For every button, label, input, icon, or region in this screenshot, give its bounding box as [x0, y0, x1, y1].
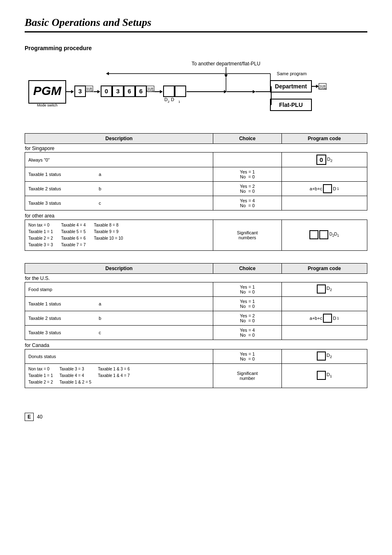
table-singapore: Description Choice Program code for Sing…	[25, 133, 367, 251]
svg-text:1: 1	[178, 100, 180, 104]
for-singapore-label: for Singapore	[25, 146, 55, 151]
svg-marker-36	[224, 90, 227, 93]
header-program-code-2: Program code	[281, 264, 367, 274]
row-desc-t3s: Taxable 3 status c	[25, 196, 213, 210]
row-choice-us-t3: Yes = 4 No = 0	[213, 326, 282, 340]
row-choice-us-t2: Yes = 2 No = 0	[213, 311, 282, 326]
svg-text:Same program: Same program	[277, 71, 307, 76]
svg-marker-28	[160, 90, 163, 93]
row-choice-food: Yes = 1 No = 0	[213, 282, 282, 297]
svg-text:TOTAL: TOTAL	[85, 90, 94, 92]
table-row: Taxable 1 status a Yes = 1 No = 0	[25, 167, 367, 182]
svg-text:PGM: PGM	[33, 84, 62, 97]
table-row: Non tax = 0 Taxable 1 = 1 Taxable 2 = 2 …	[25, 220, 367, 251]
row-code-us-t1	[281, 297, 367, 311]
header-description-2: Description	[25, 264, 213, 274]
row-code-food: D2	[281, 282, 367, 297]
row-desc-canada-other: Non tax = 0 Taxable 1 = 1 Taxable 2 = 2 …	[25, 364, 213, 388]
row-code-t1s	[281, 167, 367, 182]
row-desc-always0: Always "0"	[25, 153, 213, 167]
table-row: Donuts status Yes = 1 No = 0 D2	[25, 349, 367, 364]
table-row: Taxable 1 status a Yes = 1 No = 0	[25, 297, 367, 311]
svg-text:3: 3	[116, 88, 120, 95]
row-desc-donuts: Donuts status	[25, 349, 213, 364]
row-choice-donuts: Yes = 1 No = 0	[213, 349, 282, 364]
table-row: Taxable 2 status b Yes = 2 No = 0 a+b+c …	[25, 182, 367, 196]
header-program-code: Program code	[281, 134, 367, 144]
row-desc-t2s: Taxable 2 status b	[25, 182, 213, 196]
svg-text:Department: Department	[275, 83, 307, 90]
table-row: Non tax = 0 Taxable 1 = 1 Taxable 2 = 2 …	[25, 364, 367, 388]
row-code-always0: 0 D2	[281, 153, 367, 167]
for-singapore-label-row: for Singapore	[25, 144, 367, 153]
svg-marker-2	[224, 74, 228, 78]
table-row: Taxable 3 status c Yes = 4 No = 0	[25, 196, 367, 210]
procedure-diagram: To another department/flat-PLU Same prog…	[25, 58, 367, 125]
header-choice-2: Choice	[213, 264, 282, 274]
svg-marker-39	[253, 90, 256, 93]
row-choice-t1s: Yes = 1 No = 0	[213, 167, 282, 182]
for-canada-label-row: for Canada	[25, 340, 367, 349]
header-choice: Choice	[213, 134, 282, 144]
row-choice-t3s: Yes = 4 No = 0	[213, 196, 282, 210]
svg-marker-54	[106, 72, 109, 75]
page-title: Basic Operations and Setups	[25, 16, 367, 32]
row-desc-us-t2: Taxable 2 status b	[25, 311, 213, 326]
svg-text:D: D	[171, 97, 174, 102]
svg-text:0: 0	[105, 88, 108, 95]
svg-text:D: D	[164, 97, 168, 102]
row-desc-t1s: Taxable 1 status a	[25, 167, 213, 182]
row-choice-other: Significantnumbers	[213, 220, 282, 251]
row-desc-other: Non tax = 0 Taxable 1 = 1 Taxable 2 = 2 …	[25, 220, 213, 251]
svg-rect-30	[175, 86, 186, 97]
table-row: Taxable 2 status b Yes = 2 No = 0 a+b+c …	[25, 311, 367, 326]
svg-text:2: 2	[168, 100, 170, 104]
programming-procedure-section: Programming procedure To another departm…	[25, 45, 367, 388]
row-code-t3s	[281, 196, 367, 210]
row-code-donuts: D2	[281, 349, 367, 364]
row-code-other: D2D1	[281, 220, 367, 251]
procedure-heading: Programming procedure	[25, 45, 367, 51]
svg-text:Mode switch: Mode switch	[37, 103, 58, 107]
svg-text:To another department/flat-PLU: To another department/flat-PLU	[191, 61, 260, 67]
svg-marker-15	[97, 90, 100, 93]
row-desc-us-t3: Taxable 3 status c	[25, 326, 213, 340]
for-other-label: for other area	[25, 213, 55, 219]
page-number: 40	[37, 414, 42, 420]
row-code-canada-other: D1	[281, 364, 367, 388]
row-code-us-t3	[281, 326, 367, 340]
for-us-label-row: for the U.S.	[25, 274, 367, 282]
table-row: Taxable 3 status c Yes = 4 No = 0	[25, 326, 367, 340]
table-row: Food stamp Yes = 1 No = 0 D2	[25, 282, 367, 297]
svg-text:Flat-PLU: Flat-PLU	[279, 102, 303, 108]
row-choice-t2s: Yes = 2 No = 0	[213, 182, 282, 196]
svg-rect-29	[164, 86, 174, 97]
for-other-area-label-row: for other area	[25, 210, 367, 220]
row-desc-us-t1: Taxable 1 status a	[25, 297, 213, 311]
row-desc-food: Food stamp	[25, 282, 213, 297]
svg-text:TOTAL: TOTAL	[146, 90, 155, 92]
table-row: Always "0" 0 D2	[25, 153, 367, 167]
row-choice-us-t1: Yes = 1 No = 0	[213, 297, 282, 311]
svg-text:TOTAL: TOTAL	[318, 87, 327, 90]
svg-marker-8	[71, 90, 74, 93]
for-us-label: for the U.S.	[25, 275, 50, 281]
table-us: Description Choice Program code for the …	[25, 263, 367, 388]
row-code-us-t2: a+b+c D1	[281, 311, 367, 326]
svg-text:3: 3	[78, 88, 82, 95]
for-canada-label: for Canada	[25, 342, 49, 348]
svg-text:6: 6	[139, 88, 143, 95]
row-code-t2s: a+b+c D1	[281, 182, 367, 196]
svg-text:6: 6	[128, 88, 131, 95]
row-choice-canada-other: Significantnumber	[213, 364, 282, 388]
page-letter: E	[25, 413, 34, 421]
page-footer: E 40	[25, 413, 367, 421]
row-choice-always0	[213, 153, 282, 167]
header-description: Description	[25, 134, 213, 144]
